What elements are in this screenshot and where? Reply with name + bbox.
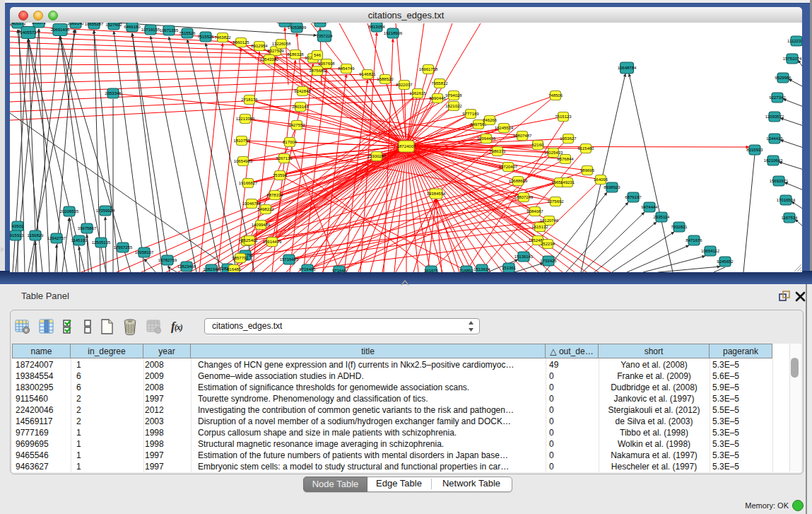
svg-text:3875685: 3875685 <box>309 69 326 73</box>
svg-text:1244415: 1244415 <box>766 136 783 141</box>
svg-text:9115460: 9115460 <box>578 146 595 151</box>
svg-text:10025433: 10025433 <box>544 151 563 155</box>
svg-text:12213389: 12213389 <box>236 117 255 121</box>
svg-text:10958107: 10958107 <box>135 250 154 255</box>
svg-text:916485: 916485 <box>227 267 242 271</box>
svg-text:10543382: 10543382 <box>260 57 279 62</box>
svg-text:14099489: 14099489 <box>252 223 271 227</box>
svg-text:9857791: 9857791 <box>232 256 249 260</box>
svg-text:5498222: 5498222 <box>257 207 274 211</box>
svg-text:39975867: 39975867 <box>78 226 97 230</box>
svg-text:546: 546 <box>314 53 322 57</box>
svg-text:2053346: 2053346 <box>105 91 122 95</box>
svg-text:1156829: 1156829 <box>28 233 45 238</box>
svg-text:971648: 971648 <box>332 269 347 272</box>
svg-text:7515526: 7515526 <box>179 31 196 35</box>
svg-text:1167534: 1167534 <box>782 216 799 220</box>
svg-text:1621022: 1621022 <box>445 104 462 108</box>
svg-text:3267130: 3267130 <box>276 156 293 160</box>
svg-text:9084067: 9084067 <box>526 209 543 214</box>
svg-text:16914479: 16914479 <box>263 240 282 244</box>
svg-text:18724007: 18724007 <box>397 144 416 148</box>
svg-text:43501: 43501 <box>12 224 24 228</box>
svg-text:6466160: 6466160 <box>124 25 141 29</box>
svg-text:9794028: 9794028 <box>445 93 462 98</box>
svg-text:9327509: 9327509 <box>267 49 284 53</box>
svg-text:8186328: 8186328 <box>287 52 304 57</box>
svg-text:753594: 753594 <box>273 173 288 177</box>
svg-text:9576844: 9576844 <box>557 157 574 161</box>
svg-text:9660125: 9660125 <box>233 40 249 45</box>
svg-text:17359928: 17359928 <box>96 209 115 213</box>
svg-text:8938923: 8938923 <box>604 185 620 189</box>
svg-text:13226058: 13226058 <box>272 42 291 46</box>
svg-text:1405572: 1405572 <box>20 30 37 35</box>
svg-text:10046788: 10046788 <box>242 201 261 206</box>
svg-text:7357224: 7357224 <box>316 34 333 38</box>
svg-text:19384554: 19384554 <box>427 192 446 196</box>
svg-text:16245534: 16245534 <box>495 126 514 130</box>
svg-text:7955812: 7955812 <box>431 81 448 86</box>
svg-text:25300287: 25300287 <box>367 154 387 158</box>
svg-text:746266: 746266 <box>483 118 498 122</box>
svg-text:12823468: 12823468 <box>177 264 196 269</box>
svg-text:10648784: 10648784 <box>618 66 637 70</box>
svg-text:20691406: 20691406 <box>51 28 70 32</box>
svg-text:2367608: 2367608 <box>318 62 335 66</box>
svg-text:1527602: 1527602 <box>105 23 122 27</box>
svg-text:149231: 149231 <box>560 180 575 185</box>
svg-text:10719155: 10719155 <box>141 28 160 32</box>
svg-text:1953627: 1953627 <box>560 136 577 141</box>
svg-text:15136141: 15136141 <box>514 255 534 259</box>
svg-text:1615132: 1615132 <box>531 225 548 229</box>
svg-text:7463822: 7463822 <box>214 35 231 40</box>
svg-text:10655287: 10655287 <box>85 23 104 26</box>
svg-text:164095: 164095 <box>594 177 608 182</box>
svg-text:7932821: 7932821 <box>671 225 688 229</box>
svg-text:19166827: 19166827 <box>239 181 258 185</box>
svg-text:8990448: 8990448 <box>429 96 446 100</box>
svg-text:8322037: 8322037 <box>396 83 413 87</box>
svg-text:8454749: 8454749 <box>338 66 355 71</box>
svg-text:12093572: 12093572 <box>765 115 784 119</box>
svg-text:1810755: 1810755 <box>233 139 250 143</box>
svg-text:12505135: 12505135 <box>92 240 111 245</box>
svg-text:252234: 252234 <box>541 242 555 246</box>
svg-text:2803144: 2803144 <box>292 105 309 109</box>
svg-text:8813054: 8813054 <box>368 25 385 29</box>
svg-text:1145193: 1145193 <box>71 238 88 243</box>
svg-text:9227342: 9227342 <box>769 95 786 100</box>
svg-text:8215933: 8215933 <box>746 148 763 152</box>
svg-text:16782759: 16782759 <box>158 258 177 262</box>
svg-text:20206535: 20206535 <box>60 209 79 214</box>
svg-text:9427552: 9427552 <box>288 123 305 127</box>
svg-text:9777169: 9777169 <box>462 112 479 116</box>
svg-text:3915913: 3915913 <box>10 233 24 238</box>
svg-text:8813054: 8813054 <box>312 23 329 24</box>
svg-text:19218906: 19218906 <box>384 31 403 35</box>
svg-text:15716485: 15716485 <box>280 257 299 262</box>
svg-text:62160: 62160 <box>532 143 544 147</box>
svg-text:18807249: 18807249 <box>514 195 534 199</box>
svg-text:161675: 161675 <box>424 269 439 272</box>
svg-text:1362615: 1362615 <box>409 91 426 95</box>
svg-text:16053809: 16053809 <box>288 25 307 30</box>
svg-text:8878334: 8878334 <box>266 193 283 197</box>
svg-text:748506: 748506 <box>548 93 563 98</box>
svg-text:9529966: 9529966 <box>775 76 792 80</box>
svg-text:6879197: 6879197 <box>625 195 642 199</box>
svg-text:151361: 151361 <box>502 266 517 270</box>
svg-text:16210643: 16210643 <box>764 158 783 163</box>
svg-text:9242848: 9242848 <box>294 89 311 93</box>
svg-text:8471676: 8471676 <box>686 238 702 243</box>
svg-text:15751074: 15751074 <box>783 57 802 61</box>
svg-text:10654985: 10654985 <box>234 159 253 163</box>
svg-text:7515123: 7515123 <box>555 115 572 119</box>
svg-text:11122334: 11122334 <box>787 39 802 43</box>
svg-text:7986372: 7986372 <box>489 149 506 153</box>
svg-text:10807487: 10807487 <box>513 134 532 138</box>
svg-text:9146821: 9146821 <box>359 72 376 76</box>
svg-text:1513614: 1513614 <box>473 267 490 271</box>
svg-text:7515526: 7515526 <box>197 35 214 39</box>
svg-text:20364436: 20364436 <box>477 136 496 141</box>
